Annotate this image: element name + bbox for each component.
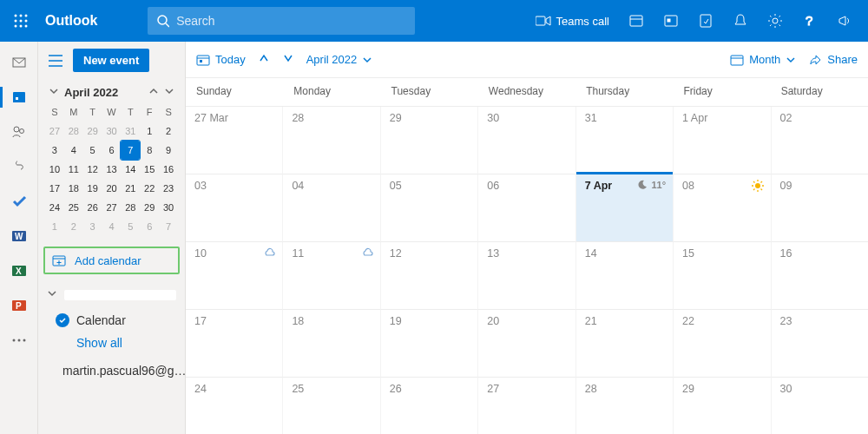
- dp-day[interactable]: 3: [83, 217, 102, 236]
- dp-day[interactable]: 4: [102, 217, 122, 236]
- rail-mail-icon[interactable]: [0, 47, 38, 78]
- dp-day[interactable]: 24: [45, 198, 64, 217]
- calendar-day-cell[interactable]: 13: [478, 242, 575, 310]
- dp-day[interactable]: 11: [64, 160, 83, 179]
- help-icon[interactable]: ?: [793, 0, 826, 42]
- dp-day[interactable]: 4: [64, 141, 83, 160]
- calendar-day-cell[interactable]: 30: [478, 107, 575, 174]
- dp-day[interactable]: 5: [83, 141, 102, 160]
- dp-day[interactable]: 16: [159, 160, 178, 179]
- calendar-day-cell[interactable]: 26: [381, 378, 478, 434]
- dp-day[interactable]: 20: [102, 179, 122, 198]
- dp-day[interactable]: 18: [64, 179, 83, 198]
- app-launcher-icon[interactable]: [7, 14, 35, 28]
- next-period-icon[interactable]: [282, 52, 294, 67]
- dp-day[interactable]: 6: [140, 217, 159, 236]
- calendar-day-cell[interactable]: 25: [283, 378, 380, 434]
- dp-day[interactable]: 6: [102, 141, 122, 160]
- dp-day[interactable]: 27: [102, 198, 122, 217]
- my-day-icon[interactable]: [654, 0, 687, 42]
- search-box[interactable]: [148, 7, 415, 35]
- calendar-day-cell[interactable]: 28: [576, 378, 674, 434]
- dp-day[interactable]: 1: [45, 217, 64, 236]
- new-event-button[interactable]: New event: [73, 49, 149, 72]
- dp-day[interactable]: 3: [45, 141, 64, 160]
- calendar-day-cell[interactable]: 05: [381, 174, 478, 242]
- calendar-item[interactable]: Calendar: [38, 308, 185, 332]
- dp-day[interactable]: 28: [64, 122, 83, 141]
- rail-powerpoint-icon[interactable]: P: [0, 290, 38, 321]
- dp-day[interactable]: 28: [121, 198, 140, 217]
- rail-word-icon[interactable]: W: [0, 220, 38, 252]
- calendar-day-cell[interactable]: 15: [674, 242, 771, 310]
- calendar-day-cell[interactable]: 04: [283, 174, 380, 242]
- tips-icon[interactable]: [689, 0, 722, 42]
- calendar-day-cell[interactable]: 06: [478, 174, 575, 242]
- calendar-day-cell[interactable]: 12: [381, 242, 478, 310]
- dp-day[interactable]: 19: [83, 179, 102, 198]
- calendar-day-cell[interactable]: 08: [674, 174, 771, 242]
- calendar-day-cell[interactable]: 17: [186, 310, 283, 378]
- dp-day[interactable]: 7: [121, 141, 140, 160]
- calendar-day-cell[interactable]: 29: [381, 107, 478, 174]
- calendar-day-cell[interactable]: 7 Apr11°: [576, 174, 674, 242]
- view-selector[interactable]: Month: [730, 53, 796, 67]
- dp-day[interactable]: 29: [83, 122, 102, 141]
- dp-day[interactable]: 17: [45, 179, 64, 198]
- calendar-day-cell[interactable]: 24: [186, 378, 283, 434]
- dp-day[interactable]: 30: [102, 122, 122, 141]
- dp-day[interactable]: 5: [121, 217, 140, 236]
- today-button[interactable]: Today: [196, 53, 246, 67]
- search-input[interactable]: [176, 14, 406, 28]
- dp-day[interactable]: 29: [140, 198, 159, 217]
- datepicker-next-icon[interactable]: [164, 86, 174, 99]
- rail-files-icon[interactable]: [0, 151, 38, 182]
- calendar-day-cell[interactable]: 09: [772, 174, 868, 242]
- dp-day[interactable]: 7: [159, 217, 178, 236]
- calendar-day-cell[interactable]: 16: [772, 242, 868, 310]
- calendar-day-cell[interactable]: 27: [478, 378, 575, 434]
- period-selector[interactable]: April 2022: [306, 53, 373, 66]
- calendar-day-cell[interactable]: 20: [478, 310, 575, 378]
- dp-day[interactable]: 31: [121, 122, 140, 141]
- calendar-day-cell[interactable]: 28: [283, 107, 380, 174]
- calendar-day-cell[interactable]: 23: [772, 310, 868, 378]
- calendar-day-cell[interactable]: 22: [674, 310, 771, 378]
- teams-call-button[interactable]: Teams call: [527, 0, 618, 42]
- error-calendar-item[interactable]: martin.pascual96@g…: [38, 355, 185, 383]
- my-calendars-collapse-icon[interactable]: [47, 288, 57, 301]
- dp-day[interactable]: 13: [102, 160, 122, 179]
- rail-people-icon[interactable]: [0, 116, 38, 148]
- calendar-day-cell[interactable]: 14: [576, 242, 674, 310]
- calendar-day-cell[interactable]: 11: [283, 242, 380, 310]
- prev-period-icon[interactable]: [258, 52, 270, 67]
- dp-day[interactable]: 30: [159, 198, 178, 217]
- datepicker-collapse-icon[interactable]: [49, 86, 59, 99]
- dp-day[interactable]: 23: [159, 179, 178, 198]
- show-all-link[interactable]: Show all: [38, 332, 185, 355]
- calendar-day-cell[interactable]: 02: [772, 107, 868, 174]
- calendar-day-cell[interactable]: 1 Apr: [674, 107, 771, 174]
- calendar-day-cell[interactable]: 18: [283, 310, 380, 378]
- rail-excel-icon[interactable]: X: [0, 255, 38, 286]
- rail-calendar-icon[interactable]: [0, 82, 38, 113]
- dp-day[interactable]: 27: [45, 122, 64, 141]
- datepicker-prev-icon[interactable]: [148, 86, 159, 99]
- meet-now-icon[interactable]: [620, 0, 653, 42]
- calendar-day-cell[interactable]: 03: [186, 174, 283, 242]
- dp-day[interactable]: 10: [45, 160, 64, 179]
- announcement-icon[interactable]: [828, 0, 861, 42]
- calendar-day-cell[interactable]: 29: [674, 378, 771, 434]
- dp-day[interactable]: 26: [83, 198, 102, 217]
- add-calendar-button[interactable]: Add calendar: [43, 247, 180, 274]
- dp-day[interactable]: 9: [159, 141, 178, 160]
- dp-day[interactable]: 15: [140, 160, 159, 179]
- dp-day[interactable]: 2: [159, 122, 178, 141]
- dp-day[interactable]: 14: [121, 160, 140, 179]
- calendar-day-cell[interactable]: 10: [186, 242, 283, 310]
- notifications-icon[interactable]: [724, 0, 757, 42]
- dp-day[interactable]: 2: [64, 217, 83, 236]
- share-button[interactable]: Share: [808, 53, 858, 67]
- rail-more-icon[interactable]: [0, 325, 38, 356]
- settings-icon[interactable]: [759, 0, 792, 42]
